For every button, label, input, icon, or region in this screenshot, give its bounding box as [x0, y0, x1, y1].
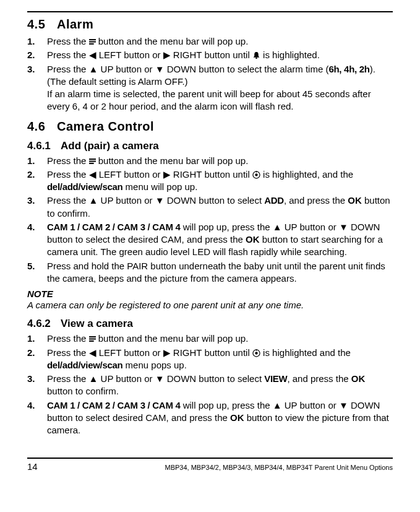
svg-point-8 — [255, 173, 257, 176]
section-4-5-steps: Press the button and the menu bar will p… — [27, 35, 393, 113]
section-4-5-heading: 4.5Alarm — [27, 17, 393, 32]
subsection-number: 4.6.2 — [27, 318, 61, 330]
list-item: CAM 1 / CAM 2 / CAM 3 / CAM 4 will pop u… — [27, 221, 393, 259]
svg-rect-15 — [256, 349, 257, 350]
svg-rect-1 — [89, 41, 96, 43]
section-4-6-heading: 4.6Camera Control — [27, 119, 393, 134]
top-rule — [27, 11, 393, 12]
up-triangle-icon: ▲ — [273, 222, 282, 232]
menu-icon — [89, 336, 96, 342]
left-triangle-icon: ◀ — [89, 348, 96, 357]
subsection-4-6-2-steps: Press the button and the menu bar will p… — [27, 332, 393, 436]
list-item: Press the button and the menu bar will p… — [27, 332, 393, 345]
bell-icon — [252, 51, 260, 59]
section-number: 4.6 — [27, 119, 57, 134]
menu-text: CAM 1 / CAM 2 / CAM 3 / CAM 4 — [47, 222, 181, 232]
svg-rect-6 — [89, 162, 94, 163]
down-triangle-icon: ▼ — [339, 222, 348, 232]
list-item: Press the ▲ UP button or ▼ DOWN button t… — [27, 373, 393, 398]
down-triangle-icon: ▼ — [339, 401, 348, 410]
down-triangle-icon: ▼ — [155, 374, 165, 383]
menu-icon — [89, 38, 96, 45]
list-item: Press the ▲ UP button or ▼ DOWN button t… — [27, 63, 393, 113]
menu-text: del/add/view/scan — [47, 181, 122, 192]
note-body: A camera can only be registered to one p… — [27, 299, 393, 311]
subsection-4-6-1-steps: Press the button and the menu bar will p… — [27, 155, 393, 285]
svg-rect-2 — [89, 43, 94, 45]
menu-text: CAM 1 / CAM 2 / CAM 3 / CAM 4 — [47, 400, 181, 410]
section-title: Alarm — [57, 17, 93, 31]
footer-info: MBP34, MBP34/2, MBP34/3, MBP34/4, MBP34T… — [165, 464, 393, 471]
svg-rect-12 — [89, 341, 94, 342]
up-triangle-icon: ▲ — [273, 401, 282, 410]
right-triangle-icon: ▶ — [163, 50, 171, 59]
manual-page: 4.5Alarm Press the button and the menu b… — [0, 0, 420, 477]
menu-text: ADD — [264, 195, 284, 206]
subsection-4-6-2-heading: 4.6.2View a camera — [27, 318, 393, 330]
svg-rect-9 — [256, 171, 257, 172]
list-item: Press the button and the menu bar will p… — [27, 155, 393, 167]
camera-icon — [252, 171, 260, 179]
up-triangle-icon: ▲ — [89, 196, 98, 205]
svg-rect-5 — [89, 160, 96, 162]
list-item: Press the ◀ LEFT button or ▶ RIGHT butto… — [27, 347, 393, 372]
left-triangle-icon: ◀ — [89, 50, 96, 59]
menu-icon — [89, 158, 96, 165]
section-number: 4.5 — [27, 17, 57, 32]
list-item: Press the ◀ LEFT button or ▶ RIGHT butto… — [27, 49, 393, 61]
down-triangle-icon: ▼ — [155, 64, 165, 74]
page-number: 14 — [27, 461, 38, 472]
left-triangle-icon: ◀ — [89, 170, 96, 179]
page-footer: 14 MBP34, MBP34/2, MBP34/3, MBP34/4, MBP… — [27, 458, 393, 472]
svg-rect-3 — [255, 58, 257, 59]
subsection-number: 4.6.1 — [27, 140, 61, 152]
menu-text: del/add/view/scan — [47, 360, 122, 370]
down-triangle-icon: ▼ — [155, 196, 165, 205]
menu-text: 6h, 4h, 2h — [328, 64, 369, 74]
subsection-4-6-1-heading: 4.6.1Add (pair) a camera — [27, 140, 393, 152]
camera-icon — [252, 349, 260, 357]
right-triangle-icon: ▶ — [163, 348, 171, 357]
svg-rect-11 — [89, 339, 96, 340]
list-item: Press the ◀ LEFT button or ▶ RIGHT butto… — [27, 168, 393, 194]
svg-rect-4 — [89, 158, 96, 160]
menu-text: VIEW — [264, 373, 287, 384]
svg-point-14 — [255, 352, 257, 354]
up-triangle-icon: ▲ — [89, 374, 98, 383]
list-item: CAM 1 / CAM 2 / CAM 3 / CAM 4 will pop u… — [27, 399, 393, 437]
list-item: Press the button and the menu bar will p… — [27, 35, 393, 48]
svg-rect-0 — [89, 39, 96, 40]
subsection-title: View a camera — [61, 318, 133, 329]
up-triangle-icon: ▲ — [89, 64, 98, 74]
note-heading: NOTE — [27, 289, 393, 299]
list-item: Press the ▲ UP button or ▼ DOWN button t… — [27, 194, 393, 220]
list-item: Press and hold the PAIR button underneat… — [27, 260, 393, 285]
subsection-title: Add (pair) a camera — [61, 140, 159, 152]
right-triangle-icon: ▶ — [163, 170, 171, 179]
svg-rect-10 — [89, 336, 96, 337]
section-title: Camera Control — [57, 119, 154, 133]
